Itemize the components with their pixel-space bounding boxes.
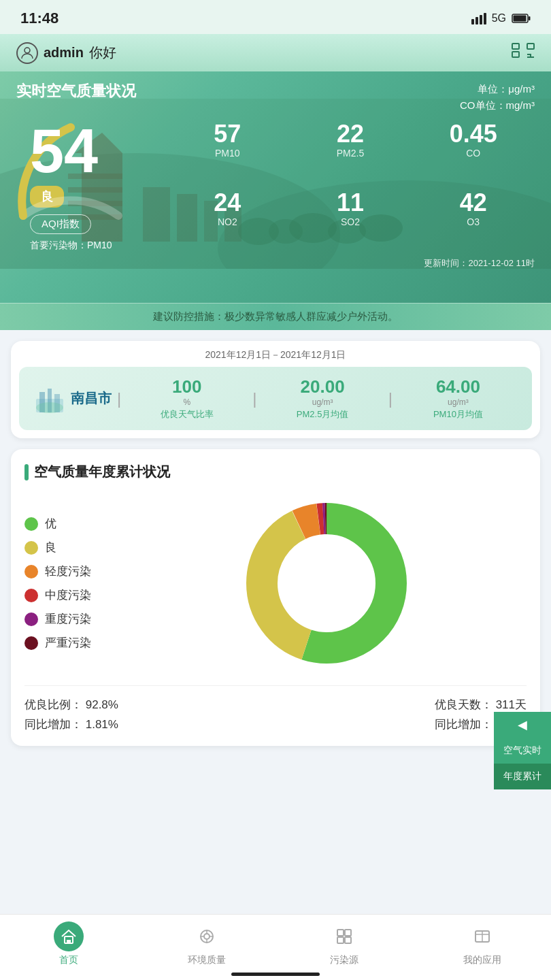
- user-icon: [16, 42, 38, 64]
- so2-label: SO2: [292, 216, 410, 227]
- environment-icon: [198, 928, 216, 945]
- home-icon: [60, 928, 78, 945]
- metric-o3: 42 O3: [412, 186, 535, 252]
- svg-rect-45: [337, 930, 344, 936]
- legend-dot-good: [24, 541, 38, 555]
- myapps-icon: [473, 928, 491, 945]
- section-title: 空气质量年度累计状况: [24, 463, 527, 481]
- stats-divider-3: |: [388, 389, 393, 408]
- status-right: 5G: [471, 12, 531, 24]
- annual-stat-left: 优良比例： 92.8% 同比增加： 1.81%: [24, 697, 118, 732]
- nav-pollution[interactable]: 污染源: [276, 921, 414, 966]
- header-bar: admin 你好: [0, 34, 551, 71]
- pm25-monthly-unit: ug/m³: [263, 397, 383, 407]
- good-weather-name: 优良天气比率: [127, 408, 247, 421]
- pollution-icon: [335, 928, 353, 945]
- legend-dot-light: [24, 565, 38, 578]
- legend-item-excellent: 优: [24, 516, 113, 532]
- annual-section: 空气质量年度累计状况 优 良 轻度污染 中度污染 重度污染: [11, 449, 540, 746]
- yoy-increase-label: 同比增加：: [24, 718, 82, 731]
- banner-footer: 更新时间：2021-12-02 11时: [0, 252, 551, 275]
- no2-value: 24: [169, 191, 286, 215]
- stats-card: 南昌市 | 100 % 优良天气比率 | 20.00 ug/m³ PM2.5月均…: [19, 367, 532, 430]
- status-time: 11:48: [20, 10, 59, 27]
- banner-title: 实时空气质量状况: [16, 82, 136, 99]
- bottom-nav: 首页 环境质量 污染源: [0, 914, 551, 980]
- legend-dot-heavy: [24, 612, 38, 626]
- svg-rect-38: [67, 940, 71, 943]
- primary-pollutant: 首要污染物：PM10: [30, 240, 112, 252]
- scan-button[interactable]: [512, 41, 535, 65]
- annual-stats: 优良比例： 92.8% 同比增加： 1.81% 优良天数： 311天 同比增加：…: [24, 685, 527, 732]
- nav-environment-label: 环境质量: [188, 954, 226, 966]
- donut-chart: [238, 495, 415, 672]
- scan-icon: [512, 41, 535, 60]
- status-bar: 11:48 5G: [0, 0, 551, 34]
- nav-home-label: 首页: [59, 954, 78, 966]
- legend-item-severe: 严重污染: [24, 635, 113, 651]
- float-arrow[interactable]: ◀: [494, 712, 551, 738]
- tab-air-realtime[interactable]: 空气实时: [494, 738, 551, 764]
- home-indicator: [231, 973, 320, 976]
- svg-rect-46: [345, 930, 351, 936]
- metric-pm10: 57 PM10: [166, 118, 289, 184]
- legend-item-moderate: 中度污染: [24, 587, 113, 603]
- pm10-monthly-value: 64.00: [398, 376, 518, 397]
- co-label: CO: [414, 148, 532, 159]
- pm25-monthly-stat: 20.00 ug/m³ PM2.5月均值: [263, 376, 383, 421]
- nav-myapps[interactable]: 我的应用: [414, 921, 552, 966]
- greeting-area: admin 你好: [16, 42, 116, 64]
- legend-dot-excellent: [24, 517, 38, 531]
- svg-rect-1: [514, 16, 527, 22]
- myapps-icon-container: [467, 921, 497, 951]
- banner-unit: 单位：μg/m³ CO单位：mg/m³: [460, 81, 535, 114]
- good-days-yoy-label: 同比增加：: [435, 718, 492, 731]
- legend-label-light: 轻度污染: [45, 564, 91, 579]
- svg-rect-6: [512, 52, 519, 57]
- metric-so2: 11 SO2: [289, 186, 412, 252]
- pm10-value: 57: [169, 122, 286, 146]
- good-ratio-label: 优良比例：: [24, 698, 82, 711]
- annual-title: 空气质量年度累计状况: [34, 463, 170, 481]
- aqi-value: 54: [30, 120, 98, 182]
- nav-pollution-label: 污染源: [330, 954, 358, 966]
- legend-item-heavy: 重度污染: [24, 611, 113, 627]
- svg-rect-2: [529, 16, 531, 20]
- nav-myapps-label: 我的应用: [463, 954, 501, 966]
- metrics-grid: 57 PM10 22 PM2.5 0.45 CO 24 NO2 11 SO2: [166, 118, 535, 252]
- good-days-line: 优良天数： 311天: [435, 697, 527, 713]
- aqi-section: 54 良 AQI指数 首要污染物：PM10: [16, 114, 166, 252]
- good-days-value: 311天: [496, 698, 527, 711]
- yoy-increase-line: 同比增加： 1.81%: [24, 717, 118, 732]
- good-ratio-line: 优良比例： 92.8%: [24, 697, 118, 713]
- title-accent: [24, 464, 29, 480]
- svg-point-3: [24, 48, 30, 53]
- city-tag: 南昌市: [33, 382, 112, 416]
- no2-label: NO2: [169, 216, 286, 227]
- banner-content: 实时空气质量状况 单位：μg/m³ CO单位：mg/m³ 54 良 AQI指数 …: [0, 71, 551, 252]
- nav-home[interactable]: 首页: [0, 921, 138, 966]
- legend-dot-moderate: [24, 589, 38, 602]
- metric-no2: 24 NO2: [166, 186, 289, 252]
- stats-divider-1: |: [117, 389, 121, 408]
- battery-icon: [512, 13, 531, 24]
- network-label: 5G: [492, 12, 506, 24]
- advisory-text: 建议防控措施：极少数异常敏感人群应减少户外活动。: [153, 310, 398, 322]
- monthly-stats-section: 2021年12月1日－2021年12月1日 南昌市 | 100 % 优良天气比率…: [11, 341, 540, 438]
- stats-divider-2: |: [252, 389, 256, 408]
- nav-environment[interactable]: 环境质量: [138, 921, 276, 966]
- o3-label: O3: [414, 216, 532, 227]
- city-name: 南昌市: [71, 389, 112, 408]
- svg-rect-4: [512, 44, 519, 49]
- chart-area: 优 良 轻度污染 中度污染 重度污染 严重污染: [24, 495, 527, 672]
- metric-co: 0.45 CO: [412, 118, 535, 184]
- so2-value: 11: [292, 191, 410, 215]
- yoy-increase-value: 1.81%: [86, 718, 118, 731]
- pm25-monthly-value: 20.00: [263, 376, 383, 397]
- pm25-value: 22: [292, 122, 410, 146]
- good-ratio-value: 92.8%: [86, 698, 118, 711]
- floating-tabs: ◀ 空气实时 年度累计: [494, 712, 551, 789]
- legend-dot-severe: [24, 636, 38, 650]
- greeting-text: 你好: [89, 44, 116, 62]
- tab-annual-cumulative[interactable]: 年度累计: [494, 764, 551, 789]
